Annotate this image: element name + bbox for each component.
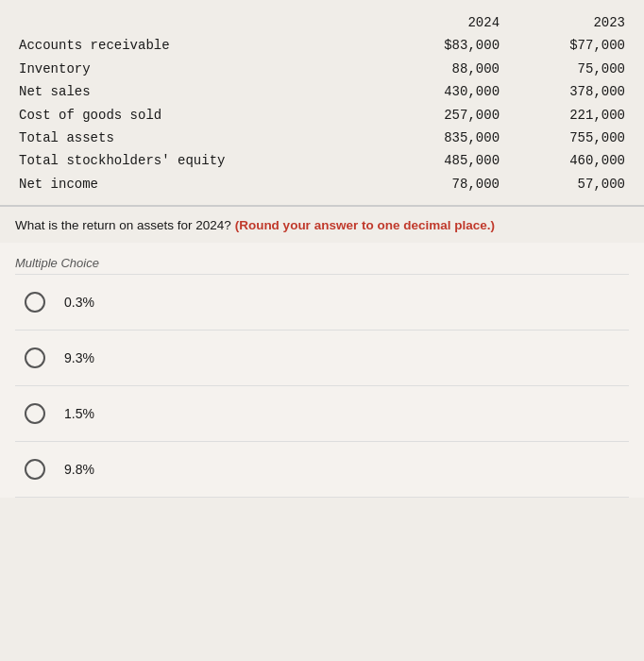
table-row: Cost of goods sold 257,000 221,000 xyxy=(15,104,629,127)
row-label: Net income xyxy=(15,173,378,195)
choice-item-d[interactable]: 9.8% xyxy=(15,441,629,498)
choice-text-c: 1.5% xyxy=(64,406,94,421)
top-section: 2024 2023 Accounts receivable $83,000 $7… xyxy=(0,0,644,205)
row-val-2024: 78,000 xyxy=(378,173,503,195)
question-section: What is the return on assets for 2024? (… xyxy=(0,206,644,243)
choice-text-b: 9.3% xyxy=(64,350,94,365)
choice-text-a: 0.3% xyxy=(64,295,94,310)
row-val-2024: $83,000 xyxy=(378,34,503,57)
table-row: Inventory 88,000 75,000 xyxy=(15,58,629,80)
row-val-2024: 430,000 xyxy=(378,80,503,103)
row-val-2023: 460,000 xyxy=(503,149,629,172)
row-val-2023: 755,000 xyxy=(503,127,629,149)
question-text: What is the return on assets for 2024? (… xyxy=(15,216,629,235)
radio-a[interactable] xyxy=(25,292,45,313)
radio-d[interactable] xyxy=(25,459,45,480)
row-val-2023: 378,000 xyxy=(503,80,629,103)
multiple-choice-section: Multiple Choice 0.3% 9.3% 1.5% 9.8% xyxy=(0,243,644,498)
row-label: Total assets xyxy=(15,127,378,149)
row-val-2024: 485,000 xyxy=(378,149,503,172)
header-empty xyxy=(15,11,378,34)
row-val-2023: 221,000 xyxy=(503,104,629,127)
row-label: Accounts receivable xyxy=(15,34,378,57)
radio-b[interactable] xyxy=(25,347,45,368)
header-2023: 2023 xyxy=(503,11,629,34)
table-row: Total stockholders' equity 485,000 460,0… xyxy=(15,149,629,172)
table-row: Net sales 430,000 378,000 xyxy=(15,80,629,103)
row-label: Inventory xyxy=(15,58,378,80)
row-val-2023: 75,000 xyxy=(503,58,629,80)
table-row: Net income 78,000 57,000 xyxy=(15,173,629,195)
question-plain: What is the return on assets for 2024? xyxy=(15,218,231,232)
row-val-2023: $77,000 xyxy=(503,34,629,57)
choice-text-d: 9.8% xyxy=(64,462,94,477)
row-val-2024: 835,000 xyxy=(378,127,503,149)
row-val-2024: 257,000 xyxy=(378,104,503,127)
multiple-choice-label: Multiple Choice xyxy=(15,256,629,270)
financial-data-table: 2024 2023 Accounts receivable $83,000 $7… xyxy=(15,11,629,195)
radio-c[interactable] xyxy=(25,403,45,424)
row-val-2024: 88,000 xyxy=(378,58,503,80)
row-label: Cost of goods sold xyxy=(15,104,378,127)
choice-item-a[interactable]: 0.3% xyxy=(15,274,629,330)
row-label: Total stockholders' equity xyxy=(15,149,378,172)
header-2024: 2024 xyxy=(378,11,503,34)
table-row: Total assets 835,000 755,000 xyxy=(15,127,629,149)
row-label: Net sales xyxy=(15,80,378,103)
table-row: Accounts receivable $83,000 $77,000 xyxy=(15,34,629,57)
choice-item-b[interactable]: 9.3% xyxy=(15,330,629,385)
choice-item-c[interactable]: 1.5% xyxy=(15,385,629,441)
question-bold: (Round your answer to one decimal place.… xyxy=(235,218,495,232)
choices-container: 0.3% 9.3% 1.5% 9.8% xyxy=(15,274,629,498)
row-val-2023: 57,000 xyxy=(503,173,629,195)
